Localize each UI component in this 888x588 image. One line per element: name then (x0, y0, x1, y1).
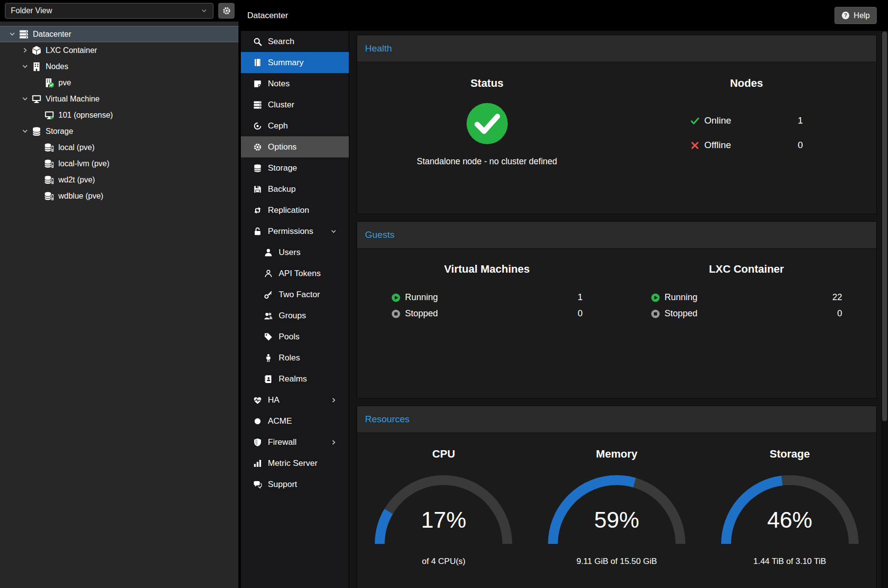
row-value: 0 (837, 308, 842, 319)
book-icon (253, 58, 262, 67)
nav-item-summary[interactable]: Summary (241, 52, 349, 73)
nav-label: Two Factor (279, 290, 320, 300)
tree-item-wd2t[interactable]: wd2t (pve) (0, 172, 238, 188)
nav-item-groups[interactable]: Groups (241, 305, 349, 326)
nav-item-acme[interactable]: ACME (241, 410, 349, 432)
nav-item-pools[interactable]: Pools (241, 326, 349, 347)
users-icon (263, 311, 273, 320)
nav-item-options[interactable]: Options (241, 136, 349, 157)
chevron-right-icon (330, 439, 337, 446)
cpu-column: CPU 17% of 4 CPU(s) (357, 433, 530, 588)
nav-label: Pools (279, 332, 300, 342)
guests-panel-header: Guests (357, 222, 876, 249)
nav-item-permissions[interactable]: Permissions (241, 221, 349, 242)
storage-gauge: 46% (716, 470, 863, 549)
expander-spacer (32, 111, 43, 119)
nav-item-storage[interactable]: Storage (241, 157, 349, 179)
tree-item-101-opnsense[interactable]: 101 (opnsense) (0, 107, 238, 123)
server-icon (19, 29, 29, 39)
guests-vm-column: Virtual Machines Running 1 Stopped (357, 249, 617, 398)
view-selector[interactable]: Folder View (5, 3, 213, 19)
row-value: 0 (577, 308, 582, 319)
tag-icon (263, 332, 273, 341)
nav-item-search[interactable]: Search (241, 31, 349, 52)
row-value: 1 (577, 292, 582, 303)
chevron-right-icon[interactable] (20, 47, 30, 54)
lxc-stopped-row: Stopped 0 (651, 306, 842, 322)
resource-tree-pane: Folder View Datacenter LXC Container (0, 0, 238, 588)
help-button[interactable]: ? Help (835, 7, 877, 24)
tree-item-label: local (pve) (58, 143, 95, 152)
tree-item-label: local-lvm (pve) (58, 159, 109, 168)
nav-item-notes[interactable]: Notes (241, 73, 349, 94)
storage-column: Storage 46% 1.44 TiB of 3.10 TiB (703, 433, 876, 588)
tree-item-datacenter[interactable]: Datacenter (0, 26, 238, 42)
tree-item-label: wdblue (pve) (58, 192, 104, 201)
search-icon (253, 37, 262, 46)
nav-item-metric-server[interactable]: Metric Server (241, 453, 349, 474)
gear-icon (253, 143, 262, 152)
nav-item-ha[interactable]: HA (241, 389, 349, 410)
vm-stopped-row: Stopped 0 (392, 306, 583, 322)
chevron-down-icon[interactable] (20, 128, 30, 135)
tree-item-lxc-container[interactable]: LXC Container (0, 42, 238, 58)
cpu-percent: 17% (370, 507, 517, 533)
chevron-down-icon[interactable] (7, 30, 18, 38)
expander-spacer (32, 144, 43, 151)
page-title: Datacenter (247, 11, 288, 21)
tree-settings-button[interactable] (218, 3, 235, 19)
proxmox-app: Folder View Datacenter LXC Container (0, 0, 888, 588)
resources-panel: Resources CPU 17% o (357, 406, 877, 588)
row-label: Stopped (665, 308, 698, 319)
play-circle-icon (392, 293, 400, 302)
tree-item-virtual-machine[interactable]: Virtual Machine (0, 91, 238, 107)
row-label: Running (405, 292, 438, 303)
storage-drive-icon (44, 175, 54, 185)
comments-icon (253, 480, 262, 489)
chevron-down-icon[interactable] (20, 95, 30, 102)
vertical-scrollbar[interactable] (881, 31, 888, 588)
tree-toolbar: Folder View (0, 0, 238, 22)
nav-item-ceph[interactable]: Ceph (241, 115, 349, 136)
tree-item-local-lvm[interactable]: local-lvm (pve) (0, 155, 238, 172)
nav-item-users[interactable]: Users (241, 242, 349, 263)
tree-item-storage[interactable]: Storage (0, 123, 238, 139)
tree-item-label: Datacenter (33, 30, 71, 39)
status-heading: Status (357, 62, 617, 90)
health-panel: Health Status Standalone node - no clust… (357, 35, 877, 214)
nav-item-realms[interactable]: Realms (241, 368, 349, 389)
expander-spacer (32, 192, 43, 200)
vm-running-icon (44, 110, 54, 120)
tree-item-pve[interactable]: pve (0, 75, 238, 91)
nav-label: Permissions (268, 227, 313, 236)
nav-item-roles[interactable]: Roles (241, 347, 349, 368)
summary-content: Health Status Standalone node - no clust… (349, 31, 881, 588)
nav-item-support[interactable]: Support (241, 474, 349, 495)
tree-item-nodes[interactable]: Nodes (0, 58, 238, 75)
stop-circle-icon (392, 309, 400, 318)
scrollbar-thumb[interactable] (882, 31, 887, 421)
vm-running-row: Running 1 (392, 289, 583, 306)
memory-percent: 59% (543, 507, 690, 533)
nav-item-two-factor[interactable]: Two Factor (241, 284, 349, 305)
nav-item-replication[interactable]: Replication (241, 200, 349, 221)
nav-item-firewall[interactable]: Firewall (241, 432, 349, 453)
memory-detail: 9.11 GiB of 15.50 GiB (530, 557, 704, 566)
svg-text:?: ? (844, 13, 847, 18)
tree-item-wdblue[interactable]: wdblue (pve) (0, 188, 238, 204)
expander-spacer (32, 79, 43, 86)
database-icon (31, 127, 42, 136)
tree-item-label: Storage (46, 127, 73, 136)
nav-label: Ceph (268, 121, 288, 131)
nav-item-backup[interactable]: Backup (241, 179, 349, 200)
chevron-down-icon[interactable] (20, 63, 30, 70)
nav-label: Support (268, 480, 297, 489)
tree-item-local[interactable]: local (pve) (0, 139, 238, 155)
tree-item-label: pve (58, 78, 71, 87)
nav-item-api-tokens[interactable]: API Tokens (241, 263, 349, 284)
resources-panel-header: Resources (357, 406, 876, 433)
nav-label: Summary (268, 58, 304, 68)
nav-item-cluster[interactable]: Cluster (241, 94, 349, 115)
storage-drive-icon (44, 143, 54, 153)
nav-label: Storage (268, 163, 297, 173)
